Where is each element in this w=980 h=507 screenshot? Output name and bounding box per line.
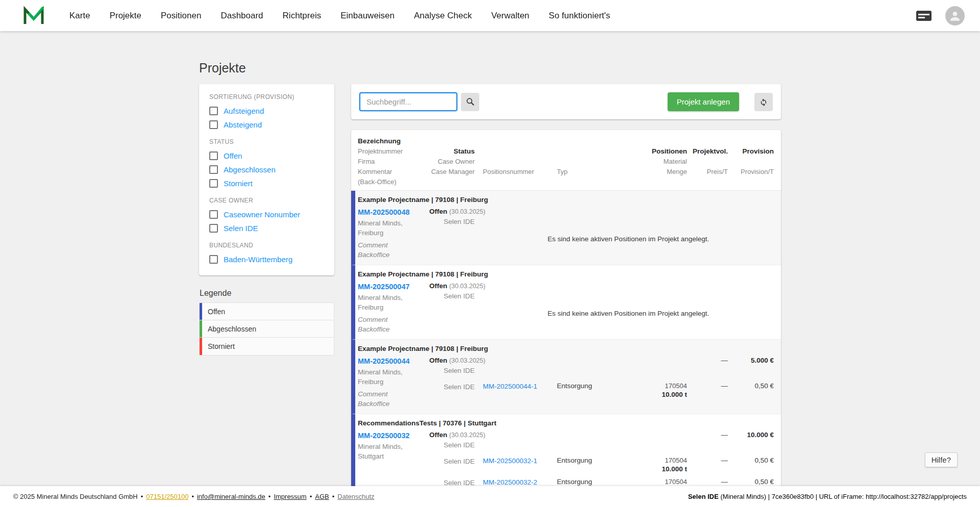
filter-option-caseowner-nonumber[interactable]: Caseowner Nonumber [209,208,324,221]
filter-section-sortierung: SORTIERUNG (PROVISION) [209,93,324,100]
project-provision: 5.000 € [728,356,774,365]
col-header-provision: Provision Provision/T [728,136,774,187]
logo-icon [22,6,45,26]
project-comment: Comment Backoffice [358,240,429,260]
search-icon [466,97,475,106]
nav-item-karte[interactable]: Karte [69,11,90,21]
position-typ: Entsorgung [557,477,613,486]
project-company: Mineral Minds, Freiburg [358,293,429,312]
nav-item-so-funktionierts[interactable]: So funktioniert's [549,11,610,21]
col-header-positionen: Positionen Material Menge [613,136,687,187]
col-header-typ: Typ [557,136,613,187]
page-title: Projekte [199,61,781,75]
filter-option-aufsteigend[interactable]: Aufsteigend [209,104,324,118]
checkbox-aufsteigend[interactable] [209,107,218,115]
search-button[interactable] [461,93,479,111]
checkbox-abgeschlossen[interactable] [209,165,218,174]
agb-link[interactable]: AGB [315,493,329,500]
projects-panel: Projekt anlegen Bezeichnung Projek [351,84,781,486]
copyright-text: © 2025 Mineral Minds Deutschland GmbH [13,493,138,500]
nav-item-verwalten[interactable]: Verwalten [491,11,529,21]
checkbox-selen-ide[interactable] [209,224,218,233]
position-number-link[interactable]: MM-202500032-2 [483,478,537,486]
project-title: Example Projectname | 79108 | Freiburg [358,195,774,205]
projects-toolbar: Projekt anlegen [351,84,781,119]
nav-item-analyse-check[interactable]: Analyse Check [414,11,472,21]
position-provision: 0,50 € [728,456,774,465]
position-case-manager: Selen IDE [429,383,483,392]
checkbox-baden-wuerttemberg[interactable] [209,255,218,264]
project-comment: Comment Backoffice [358,315,429,334]
nav-item-dashboard[interactable]: Dashboard [220,11,263,21]
filter-card: SORTIERUNG (PROVISION) Aufsteigend Abste… [199,84,334,275]
col-header-positionsnummer: Positionsnummer [483,136,557,187]
project-volume: — [687,356,728,365]
position-row[interactable]: Selen IDE MM-202500032-2 Entsorgung 1705… [429,477,774,486]
checkbox-storniert[interactable] [209,179,218,188]
project-row[interactable]: Example Projectname | 79108 | Freiburg M… [351,340,781,414]
projects-table: Bezeichnung Projektnummer Firma Kommenta… [351,130,781,486]
nav-item-projekte[interactable]: Projekte [110,11,141,21]
checkbox-caseowner-nonumber[interactable] [209,210,218,219]
filter-option-baden-wuerttemberg[interactable]: Baden-Württemberg [209,252,324,266]
checkbox-offen[interactable] [209,151,218,160]
position-typ: Entsorgung [557,456,613,465]
device-panel-button[interactable] [916,9,932,22]
nav-item-positionen[interactable]: Positionen [161,11,201,21]
project-status: Offen (30.03.2025) Selen IDE [429,430,483,450]
navbar-right [916,6,965,26]
filter-option-selen-ide[interactable]: Selen IDE [209,221,324,235]
position-row[interactable]: Selen IDE MM-202500044-1 Entsorgung 1705… [429,382,774,399]
position-provision: 0,50 € [728,477,774,486]
refresh-button[interactable] [754,93,773,111]
card-icon [916,9,932,22]
empty-positions-message: Es sind keine aktiven Positionen im Proj… [429,235,774,243]
project-provision: 10.000 € [728,430,774,440]
position-material-menge: 170504 10.000 t [613,477,687,486]
create-project-button[interactable]: Projekt anlegen [668,92,739,111]
position-number-link[interactable]: MM-202500032-1 [483,457,537,465]
project-number-link[interactable]: MM-202500032 [358,432,410,440]
impressum-link[interactable]: Impressum [274,493,306,500]
filter-option-offen[interactable]: Offen [209,149,324,163]
filter-option-storniert[interactable]: Storniert [209,176,324,190]
nav-item-richtpreis[interactable]: Richtpreis [283,11,322,21]
project-row[interactable]: Example Projectname | 79108 | Freiburg M… [351,191,781,265]
position-number-link[interactable]: MM-202500044-1 [483,383,537,390]
project-company: Mineral Minds, Stuttgart [358,442,429,461]
filter-option-abgeschlossen[interactable]: Abgeschlossen [209,163,324,176]
main-nav: Karte Projekte Positionen Dashboard Rich… [69,11,916,21]
project-comment: Comment Backoffice [358,389,429,409]
project-row[interactable]: RecommendationsTests | 70376 | Stuttgart… [351,414,781,486]
legend-color-abgeschlossen [200,320,202,337]
legend-title: Legende [200,289,334,298]
email-link[interactable]: info@mineral-minds.de [197,493,265,500]
phone-link[interactable]: 07151/250100 [146,493,188,500]
mineral-minds-logo[interactable] [22,6,45,26]
project-status: Offen (30.03.2025) Selen IDE [429,356,483,375]
project-number-link[interactable]: MM-202500047 [358,283,410,291]
search-input[interactable] [359,92,457,111]
person-icon [948,9,962,22]
user-avatar[interactable] [945,6,965,26]
legend-item-abgeschlossen: Abgeschlossen [200,320,334,338]
footer-links: © 2025 Mineral Minds Deutschland GmbH • … [13,493,375,500]
project-number-link[interactable]: MM-202500048 [358,208,410,216]
datenschutz-link[interactable]: Datenschutz [337,493,374,500]
position-case-manager: Selen IDE [429,457,483,466]
filter-option-absteigend[interactable]: Absteigend [209,118,324,132]
checkbox-absteigend[interactable] [209,120,218,129]
main-area: Projekte SORTIERUNG (PROVISION) Aufsteig… [0,31,980,486]
project-number-link[interactable]: MM-202500044 [358,357,410,365]
help-button[interactable]: Hilfe? [925,452,958,467]
nav-item-einbauweisen[interactable]: Einbauweisen [340,11,395,21]
position-material-menge: 170504 10.000 t [613,382,687,399]
position-provision: 0,50 € [728,382,774,391]
empty-positions-message: Es sind keine aktiven Positionen im Proj… [429,310,774,317]
project-status: Offen (30.03.2025) Selen IDE [429,282,483,301]
position-row[interactable]: Selen IDE MM-202500032-1 Entsorgung 1705… [429,456,774,473]
project-row[interactable]: Example Projectname | 79108 | Freiburg M… [351,265,781,340]
footer: © 2025 Mineral Minds Deutschland GmbH • … [0,486,980,507]
filter-section-status: STATUS [209,138,324,145]
project-title: Example Projectname | 79108 | Freiburg [358,269,774,280]
